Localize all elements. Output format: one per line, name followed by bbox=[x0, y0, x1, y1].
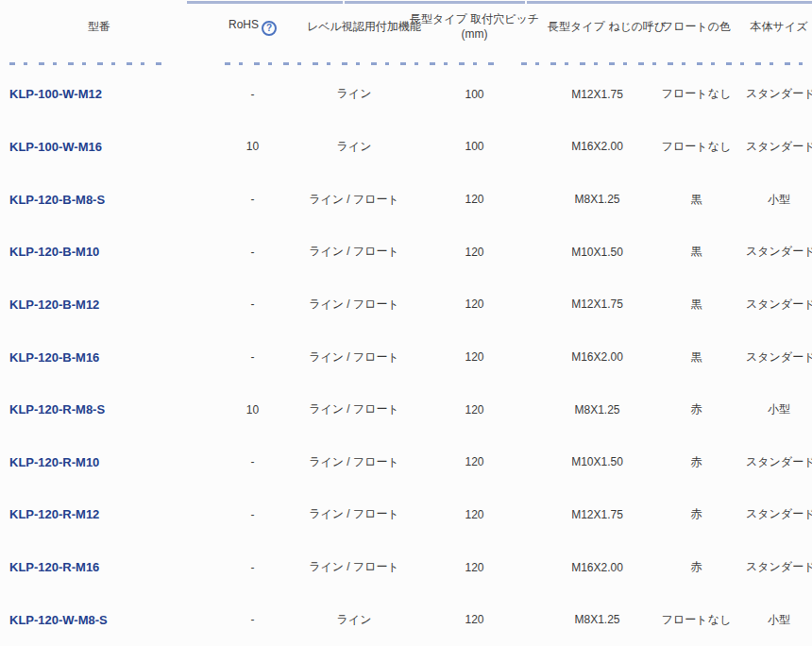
column-header-pitch-line2: (mm) bbox=[401, 26, 548, 42]
float-color-cell: フロートなし bbox=[647, 612, 746, 628]
thread-cell: M10X1.50 bbox=[548, 246, 647, 259]
float-color-cell: 黒 bbox=[647, 192, 746, 208]
pitch-cell: 120 bbox=[401, 193, 548, 206]
model-cell[interactable]: KLP-120-B-M16 bbox=[0, 350, 198, 365]
rohs-cell: - bbox=[198, 88, 307, 101]
pitch-cell: 120 bbox=[401, 246, 548, 259]
thread-cell: M16X2.00 bbox=[548, 561, 647, 574]
size-cell: スタンダード bbox=[746, 559, 812, 575]
pitch-cell: 120 bbox=[401, 298, 548, 311]
function-cell: ライン / フロート bbox=[307, 506, 401, 522]
rohs-help-icon[interactable]: ? bbox=[262, 21, 277, 36]
thread-cell: M8X1.25 bbox=[548, 403, 647, 416]
model-cell[interactable]: KLP-120-R-M8-S bbox=[0, 402, 198, 416]
column-header-rohs-label: RoHS bbox=[228, 18, 259, 31]
rohs-cell: - bbox=[198, 613, 307, 626]
model-cell[interactable]: KLP-120-R-M12 bbox=[0, 507, 198, 521]
table-row: KLP-120-W-M8-S-ライン120M8X1.25フロートなし小型 bbox=[0, 593, 812, 646]
pitch-cell: 120 bbox=[401, 561, 548, 574]
rohs-cell: - bbox=[198, 350, 307, 364]
size-cell: スタンダード bbox=[746, 244, 812, 260]
pitch-cell: 120 bbox=[401, 508, 548, 521]
column-header-model: 型番 bbox=[0, 19, 198, 34]
thread-cell: M8X1.25 bbox=[548, 613, 647, 626]
float-color-cell: 赤 bbox=[647, 401, 746, 417]
size-cell: スタンダード bbox=[746, 86, 812, 102]
model-cell[interactable]: KLP-100-W-M16 bbox=[0, 140, 198, 154]
pitch-cell: 100 bbox=[401, 140, 548, 153]
model-cell[interactable]: KLP-120-B-M12 bbox=[0, 298, 198, 312]
float-color-cell: 赤 bbox=[647, 559, 746, 575]
column-header-size: 本体サイズ bbox=[746, 19, 812, 34]
clipped-text-fragment bbox=[521, 62, 806, 65]
rohs-cell: - bbox=[198, 193, 307, 206]
pitch-cell: 120 bbox=[401, 403, 548, 416]
clipped-row-remnant bbox=[0, 53, 812, 68]
table-row: KLP-120-B-M10-ライン / フロート120M10X1.50黒スタンダ… bbox=[0, 226, 812, 279]
column-header-pitch: 長型タイプ 取付穴ピッチ (mm) bbox=[401, 11, 548, 42]
function-cell: ライン / フロート bbox=[307, 454, 401, 470]
model-cell[interactable]: KLP-120-W-M8-S bbox=[0, 613, 198, 627]
size-cell: 小型 bbox=[746, 192, 812, 208]
table-header-row: 型番 RoHS? レベル視認用付加機能 長型タイプ 取付穴ピッチ (mm) 長型… bbox=[0, 0, 812, 53]
size-cell: スタンダード bbox=[746, 139, 812, 155]
table-row: KLP-120-B-M16-ライン / フロート120M16X2.00黒スタンダ… bbox=[0, 331, 812, 383]
column-header-float-color: フロートの色 bbox=[647, 19, 746, 34]
size-cell: スタンダード bbox=[746, 506, 812, 522]
pitch-cell: 120 bbox=[401, 455, 548, 468]
function-cell: ライン bbox=[307, 86, 401, 102]
float-color-cell: 赤 bbox=[647, 506, 746, 522]
model-cell[interactable]: KLP-120-R-M10 bbox=[0, 455, 198, 469]
function-cell: ライン / フロート bbox=[307, 349, 401, 366]
function-cell: ライン / フロート bbox=[307, 244, 401, 260]
thread-cell: M10X1.50 bbox=[548, 455, 647, 468]
function-cell: ライン / フロート bbox=[307, 192, 401, 208]
model-cell[interactable]: KLP-120-B-M10 bbox=[0, 245, 198, 259]
float-color-cell: フロートなし bbox=[647, 86, 746, 102]
rohs-cell: - bbox=[198, 455, 307, 468]
function-cell: ライン bbox=[307, 139, 401, 155]
table-row: KLP-120-B-M12-ライン / フロート120M12X1.75黒スタンダ… bbox=[0, 279, 812, 332]
table-row: KLP-100-W-M12-ライン100M12X1.75フロートなしスタンダード bbox=[0, 68, 812, 121]
rohs-cell: - bbox=[198, 508, 307, 521]
clipped-text-fragment bbox=[225, 62, 496, 65]
function-cell: ライン / フロート bbox=[307, 401, 401, 417]
float-color-cell: 黒 bbox=[647, 297, 746, 313]
rohs-cell: - bbox=[198, 561, 307, 574]
model-cell[interactable]: KLP-120-B-M8-S bbox=[0, 193, 198, 207]
thread-cell: M12X1.75 bbox=[548, 88, 647, 101]
table-row: KLP-120-R-M16-ライン / フロート120M16X2.00赤スタンダ… bbox=[0, 541, 812, 594]
clipped-text-fragment bbox=[9, 62, 165, 65]
rohs-cell: - bbox=[198, 298, 307, 311]
rohs-cell: 10 bbox=[198, 140, 307, 153]
model-cell[interactable]: KLP-120-R-M16 bbox=[0, 560, 198, 574]
thread-cell: M12X1.75 bbox=[548, 298, 647, 311]
size-cell: 小型 bbox=[746, 612, 812, 628]
float-color-cell: 黒 bbox=[647, 349, 746, 366]
function-cell: ライン / フロート bbox=[307, 297, 401, 313]
pitch-cell: 120 bbox=[401, 350, 548, 364]
thread-cell: M12X1.75 bbox=[548, 508, 647, 521]
table-row: KLP-120-R-M12-ライン / フロート120M12X1.75赤スタンダ… bbox=[0, 488, 812, 541]
float-color-cell: 黒 bbox=[647, 244, 746, 260]
product-spec-table-page: 型番 RoHS? レベル視認用付加機能 長型タイプ 取付穴ピッチ (mm) 長型… bbox=[0, 0, 812, 646]
model-cell[interactable]: KLP-100-W-M12 bbox=[0, 87, 198, 101]
column-header-function: レベル視認用付加機能 bbox=[307, 19, 401, 34]
column-header-rohs: RoHS? bbox=[198, 17, 307, 36]
column-header-thread: 長型タイプ ねじの呼び bbox=[548, 19, 647, 34]
thread-cell: M8X1.25 bbox=[548, 193, 647, 206]
rohs-cell: 10 bbox=[198, 403, 307, 416]
thread-cell: M16X2.00 bbox=[548, 350, 647, 364]
function-cell: ライン / フロート bbox=[307, 559, 401, 575]
size-cell: スタンダード bbox=[746, 297, 812, 313]
column-header-pitch-line1: 長型タイプ 取付穴ピッチ bbox=[401, 11, 548, 26]
pitch-cell: 100 bbox=[401, 88, 548, 101]
table-top-border bbox=[187, 1, 812, 4]
function-cell: ライン bbox=[307, 612, 401, 628]
pitch-cell: 120 bbox=[401, 613, 548, 626]
table-row: KLP-120-R-M10-ライン / フロート120M10X1.50赤スタンダ… bbox=[0, 435, 812, 488]
float-color-cell: 赤 bbox=[647, 454, 746, 470]
size-cell: スタンダード bbox=[746, 349, 812, 366]
rohs-cell: - bbox=[198, 246, 307, 259]
size-cell: スタンダード bbox=[746, 454, 812, 470]
